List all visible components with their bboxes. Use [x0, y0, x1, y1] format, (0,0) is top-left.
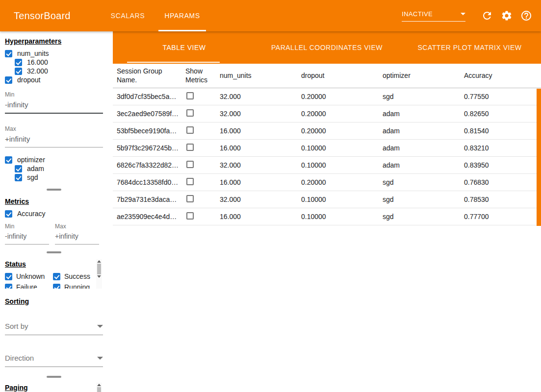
show-metrics-checkbox[interactable]	[186, 144, 194, 151]
dropout-min-input[interactable]: -infinity	[5, 98, 103, 114]
status-scrollbar[interactable]	[96, 259, 102, 289]
dropout-cell: 0.10000	[297, 213, 379, 220]
session-group-name-cell: 3df0d7cf35bec5a…	[113, 93, 181, 100]
sorting-heading: Sorting	[5, 297, 103, 305]
show-metrics-checkbox[interactable]	[186, 126, 194, 134]
section-resize-handle[interactable]	[47, 251, 61, 253]
tab-hparams[interactable]: HPARAMS	[155, 0, 209, 31]
tab-parallel-coordinates-view[interactable]: PARALLEL COORDINATES VIEW	[256, 31, 398, 64]
table-header: Session Group Name. Show Metrics num_uni…	[113, 64, 541, 88]
status-failure-checkbox[interactable]	[5, 284, 12, 289]
direction-value: Direction	[5, 354, 34, 362]
table-row[interactable]: ae235909ec4e4d… 16.000 0.10000 sgd 0.777…	[113, 208, 541, 225]
scroll-up-icon[interactable]	[97, 384, 101, 386]
dropout-cell: 0.10000	[297, 144, 379, 152]
section-resize-handle[interactable]	[47, 189, 61, 191]
col-show-metrics[interactable]: Show Metrics	[181, 65, 216, 86]
show-metrics-checkbox[interactable]	[186, 109, 194, 117]
optimizer-sgd-checkbox[interactable]	[15, 174, 22, 181]
table-scrollbar[interactable]	[537, 89, 541, 226]
scroll-down-icon[interactable]	[97, 275, 101, 278]
show-metrics-checkbox[interactable]	[186, 92, 194, 99]
tab-scalars[interactable]: SCALARS	[101, 0, 155, 31]
metric-accuracy: Accuracy	[5, 209, 103, 218]
section-resize-handle[interactable]	[47, 376, 61, 378]
num-units-32-checkbox[interactable]	[15, 68, 22, 75]
optimizer-adam-checkbox[interactable]	[15, 165, 22, 172]
num-units-cell: 16.000	[216, 144, 297, 152]
num-units-cell: 32.000	[216, 93, 297, 100]
metric-min-input[interactable]: -infinity	[5, 230, 49, 245]
sort-by-select[interactable]: Sort by	[5, 322, 103, 335]
dropout-max-field: Max +infinity	[5, 125, 103, 147]
optimizer-cell: sgd	[379, 213, 460, 220]
status-option-failure: Failure	[5, 283, 53, 289]
dropout-cell: 0.10000	[297, 196, 379, 203]
optimizer-checkbox[interactable]	[5, 156, 12, 164]
tab-table-view[interactable]: TABLE VIEW	[113, 31, 256, 64]
dropout-checkbox[interactable]	[5, 76, 12, 84]
accuracy-checkbox[interactable]	[5, 210, 12, 218]
num-units-16-checkbox[interactable]	[15, 59, 22, 66]
chevron-down-icon	[97, 325, 103, 328]
gear-icon[interactable]	[501, 10, 513, 22]
table-row[interactable]: 5b97f3c2967245b… 16.000 0.10000 adam 0.8…	[113, 140, 541, 157]
table-row[interactable]: 3ec2aed9e07589f… 32.000 0.20000 adam 0.8…	[113, 105, 541, 122]
dropout-max-input[interactable]: +infinity	[5, 132, 103, 147]
hparam-dropout: dropout	[5, 75, 103, 84]
dropout-min-label: Min	[5, 91, 103, 98]
run-status-dropdown[interactable]: INACTIVE	[402, 10, 465, 22]
col-dropout[interactable]: dropout	[297, 70, 379, 82]
show-metrics-checkbox[interactable]	[186, 212, 194, 220]
dropout-min-field: Min -infinity	[5, 91, 103, 114]
hparam-optimizer-value: adam	[15, 164, 103, 173]
top-app-bar: TensorBoard SCALARS HPARAMS INACTIVE	[0, 0, 541, 31]
show-metrics-checkbox[interactable]	[186, 195, 194, 202]
help-icon[interactable]	[520, 10, 532, 22]
scrollbar-thumb[interactable]	[97, 264, 101, 274]
accuracy-cell: 0.83210	[460, 144, 541, 152]
paging-heading: Paging	[5, 384, 94, 392]
accuracy-cell: 0.77700	[460, 213, 541, 220]
top-nav-tabs: SCALARS HPARAMS	[101, 0, 210, 31]
show-metrics-checkbox[interactable]	[186, 161, 194, 168]
status-failure-label: Failure	[16, 283, 37, 289]
col-optimizer[interactable]: optimizer	[379, 70, 460, 82]
num-units-32-label: 32.000	[27, 67, 48, 75]
hparam-num-units-value: 32.000	[15, 67, 103, 75]
col-num-units[interactable]: num_units	[216, 70, 297, 82]
table-row[interactable]: 7b29a731e3daca… 32.000 0.10000 sgd 0.785…	[113, 191, 541, 208]
sort-by-value: Sort by	[5, 322, 28, 330]
scroll-up-icon[interactable]	[97, 260, 101, 263]
session-group-name-cell: 53bf5bece9190fa…	[113, 127, 181, 135]
hparam-optimizer-value: sgd	[15, 173, 103, 182]
accuracy-cell: 0.81540	[460, 127, 541, 135]
hparams-main-pane: TABLE VIEW PARALLEL COORDINATES VIEW SCA…	[113, 31, 541, 392]
num-units-checkbox[interactable]	[5, 50, 12, 57]
col-session-group-name[interactable]: Session Group Name.	[113, 65, 181, 86]
show-metrics-checkbox[interactable]	[186, 178, 194, 185]
session-group-name-cell: 7684dcc13358fd0…	[113, 178, 181, 186]
reload-icon[interactable]	[481, 10, 493, 22]
status-option-unknown: Unknown	[5, 272, 53, 281]
scrollbar-thumb[interactable]	[97, 387, 101, 392]
table-row[interactable]: 6826c7fa3322d82… 32.000 0.10000 adam 0.8…	[113, 157, 541, 174]
table-row[interactable]: 53bf5bece9190fa… 16.000 0.20000 adam 0.8…	[113, 122, 541, 140]
tab-scatter-plot-matrix-view[interactable]: SCATTER PLOT MATRIX VIEW	[398, 31, 541, 64]
view-tabs: TABLE VIEW PARALLEL COORDINATES VIEW SCA…	[113, 31, 541, 64]
direction-select[interactable]: Direction	[5, 354, 103, 367]
num-units-cell: 16.000	[216, 127, 297, 135]
status-success-checkbox[interactable]	[53, 273, 60, 280]
table-row[interactable]: 3df0d7cf35bec5a… 32.000 0.20000 sgd 0.77…	[113, 88, 541, 105]
status-running-checkbox[interactable]	[53, 284, 60, 289]
table-row[interactable]: 7684dcc13358fd0… 16.000 0.20000 sgd 0.76…	[113, 174, 541, 191]
col-accuracy[interactable]: Accuracy	[460, 70, 541, 82]
num-units-label: num_units	[17, 49, 49, 57]
status-unknown-label: Unknown	[16, 272, 45, 280]
accuracy-cell: 0.82650	[460, 110, 541, 118]
status-unknown-checkbox[interactable]	[5, 273, 12, 280]
optimizer-adam-label: adam	[27, 165, 44, 172]
metric-max-input[interactable]: +infinity	[55, 230, 99, 245]
paging-scrollbar[interactable]	[96, 383, 102, 392]
topbar-actions: INACTIVE	[402, 10, 532, 22]
